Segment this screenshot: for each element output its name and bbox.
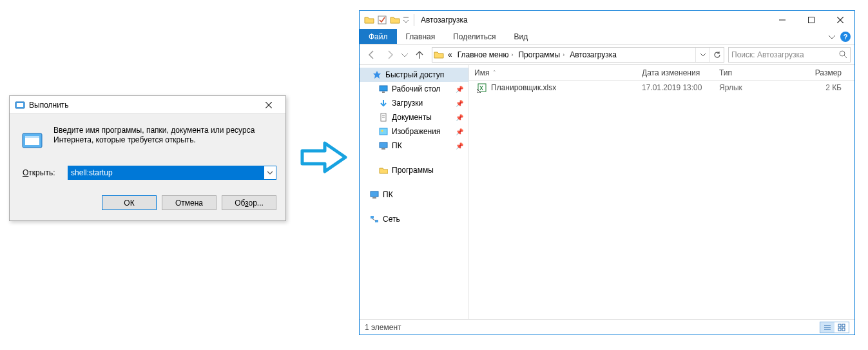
sidebar-item-pictures[interactable]: Изображения📌 xyxy=(360,124,468,139)
cancel-button[interactable]: Отмена xyxy=(162,195,217,210)
column-type[interactable]: Тип xyxy=(714,65,785,80)
view-details-button[interactable] xyxy=(820,322,834,333)
column-headers: Имя˄ Дата изменения Тип Размер xyxy=(469,65,854,81)
svg-text:x: x xyxy=(479,83,483,92)
tab-share[interactable]: Поделиться xyxy=(444,29,505,44)
svg-point-23 xyxy=(381,130,383,132)
tab-view[interactable]: Вид xyxy=(505,29,537,44)
search-input[interactable] xyxy=(731,50,839,59)
svg-rect-39 xyxy=(838,328,841,331)
status-bar: 1 элемент xyxy=(360,319,854,335)
minimize-button[interactable] xyxy=(767,11,796,29)
refresh-icon[interactable] xyxy=(709,48,724,62)
column-date[interactable]: Дата изменения xyxy=(637,65,714,80)
svg-rect-27 xyxy=(372,197,376,199)
explorer-body: Быстрый доступ Рабочий стол📌 Загрузки📌 Д… xyxy=(360,65,854,319)
sidebar-quick-access[interactable]: Быстрый доступ xyxy=(360,68,468,82)
pin-icon: 📌 xyxy=(456,86,463,93)
tab-home[interactable]: Главная xyxy=(397,29,445,44)
svg-rect-24 xyxy=(380,142,387,148)
maximize-button[interactable] xyxy=(796,11,825,29)
search-box[interactable] xyxy=(728,47,851,63)
svg-rect-22 xyxy=(380,128,387,135)
file-row[interactable]: x Планировщик.xlsx 17.01.2019 13:00 Ярлы… xyxy=(469,81,854,95)
sidebar-item-network[interactable]: Сеть xyxy=(360,212,468,226)
document-icon xyxy=(379,113,388,122)
sidebar: Быстрый доступ Рабочий стол📌 Загрузки📌 Д… xyxy=(360,65,469,319)
run-button-row: ОК Отмена Обзор... xyxy=(10,180,285,219)
desktop-icon xyxy=(379,84,388,93)
svg-rect-25 xyxy=(381,148,385,150)
file-date: 17.01.2019 13:00 xyxy=(637,81,714,95)
sidebar-item-pc[interactable]: ПК xyxy=(360,188,468,202)
up-button[interactable] xyxy=(411,46,428,63)
file-type: Ярлык xyxy=(714,81,785,95)
column-size[interactable]: Размер xyxy=(785,65,854,80)
forward-button[interactable] xyxy=(381,46,398,63)
sidebar-item-downloads[interactable]: Загрузки📌 xyxy=(360,96,468,110)
close-button[interactable] xyxy=(254,98,283,112)
run-titlebar: Выполнить xyxy=(10,96,285,114)
address-bar[interactable]: « Главное меню› Программы› Автозагрузка xyxy=(432,47,724,63)
svg-rect-1 xyxy=(17,103,23,107)
svg-rect-38 xyxy=(842,324,845,327)
sidebar-item-pc-pinned[interactable]: ПК📌 xyxy=(360,139,468,153)
chevron-down-icon[interactable] xyxy=(264,166,276,179)
back-button[interactable] xyxy=(363,46,380,63)
run-app-icon xyxy=(21,130,44,153)
qat-overflow-icon[interactable] xyxy=(402,14,410,26)
browse-button[interactable]: Обзор... xyxy=(222,195,276,210)
svg-marker-16 xyxy=(373,71,381,79)
view-toggle xyxy=(820,322,849,333)
svg-rect-40 xyxy=(842,328,845,331)
run-description: Введите имя программы, папки, документа … xyxy=(53,126,276,153)
address-history-icon[interactable] xyxy=(695,48,709,62)
svg-rect-7 xyxy=(378,16,386,24)
pin-icon: 📌 xyxy=(456,114,463,121)
svg-line-15 xyxy=(844,55,847,58)
pc-icon xyxy=(379,141,388,150)
star-icon xyxy=(372,70,381,79)
svg-rect-18 xyxy=(382,92,385,93)
breadcrumb-prefix[interactable]: « xyxy=(445,48,455,62)
run-dialog: Выполнить Введите имя программы, папки, … xyxy=(9,95,286,221)
folder-icon xyxy=(363,14,375,26)
status-text: 1 элемент xyxy=(365,323,401,332)
open-label: Открыть: xyxy=(23,168,68,177)
nav-toolbar: « Главное меню› Программы› Автозагрузка xyxy=(360,44,854,65)
sidebar-item-documents[interactable]: Документы📌 xyxy=(360,110,468,124)
breadcrumb-item[interactable]: Главное меню› xyxy=(455,48,516,62)
svg-rect-29 xyxy=(375,220,378,222)
sidebar-item-desktop[interactable]: Рабочий стол📌 xyxy=(360,82,468,96)
recent-locations-icon[interactable] xyxy=(400,46,410,63)
ribbon-expand-icon[interactable] xyxy=(829,34,835,40)
picture-icon xyxy=(379,127,388,136)
ribbon-tabs: Файл Главная Поделиться Вид ? xyxy=(360,29,854,44)
open-input[interactable] xyxy=(68,166,264,179)
tab-file[interactable]: Файл xyxy=(360,29,397,44)
run-title: Выполнить xyxy=(29,101,254,110)
breadcrumb-item[interactable]: Программы› xyxy=(516,48,567,62)
ok-button[interactable]: ОК xyxy=(102,195,157,210)
help-icon[interactable]: ? xyxy=(840,32,851,42)
qat-folder-icon[interactable] xyxy=(389,14,401,26)
content-pane: Имя˄ Дата изменения Тип Размер x Планиро… xyxy=(469,65,854,319)
file-size: 2 КБ xyxy=(785,81,854,95)
sidebar-item-programs[interactable]: Программы xyxy=(360,163,468,177)
close-button[interactable] xyxy=(825,11,854,29)
pc-icon xyxy=(370,190,379,199)
window-title: Автозагрузка xyxy=(421,15,468,24)
search-icon[interactable] xyxy=(839,50,847,59)
explorer-titlebar: Автозагрузка xyxy=(360,11,854,29)
arrow-icon xyxy=(299,138,351,177)
explorer-window: Автозагрузка Файл Главная Поделиться Вид… xyxy=(359,10,855,335)
properties-icon[interactable] xyxy=(376,14,388,26)
svg-rect-6 xyxy=(25,136,39,138)
svg-point-14 xyxy=(840,51,845,56)
breadcrumb-item[interactable]: Автозагрузка xyxy=(567,48,619,62)
open-combobox[interactable] xyxy=(68,166,276,180)
download-icon xyxy=(379,99,388,108)
view-icons-button[interactable] xyxy=(834,322,849,333)
network-icon xyxy=(370,215,379,224)
column-name[interactable]: Имя˄ xyxy=(469,65,637,80)
